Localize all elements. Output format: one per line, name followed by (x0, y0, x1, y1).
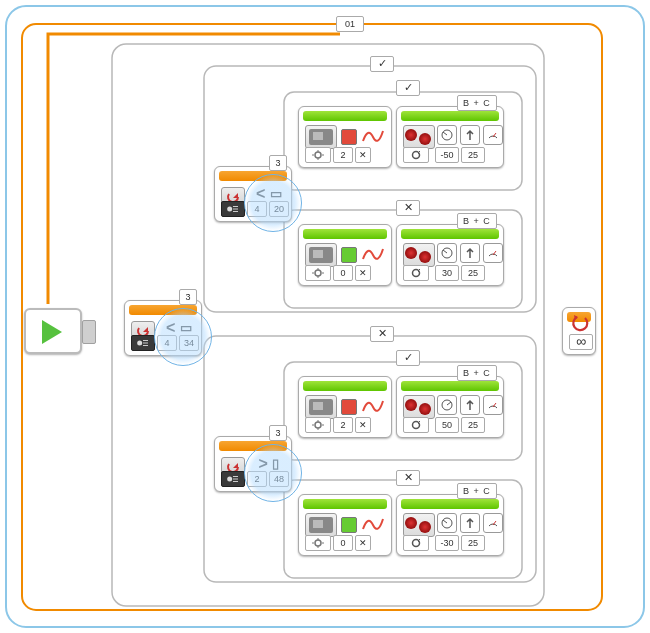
svg-rect-28 (313, 520, 323, 528)
svg-point-21 (227, 477, 232, 482)
brick-status-light-block[interactable]: 2 ✕ (298, 106, 392, 168)
led-pulse-flag[interactable]: ✕ (355, 265, 371, 281)
led-pulse-flag[interactable]: ✕ (355, 147, 371, 163)
move-power-value[interactable]: 25 (461, 147, 485, 163)
led-mode-icon[interactable] (305, 417, 331, 433)
svg-point-13 (315, 152, 321, 158)
sensor-mode-icon[interactable] (131, 335, 155, 351)
switch-threshold-index[interactable]: 4 (157, 335, 177, 351)
loop-return-icon (571, 314, 589, 332)
move-mode-icon[interactable] (403, 147, 429, 163)
upper-case-true-tab[interactable]: ✓ (396, 80, 420, 96)
steering-dial-icon (437, 395, 457, 415)
led-color-swatch (341, 247, 357, 263)
brick-status-light-block[interactable]: 2 ✕ (298, 376, 392, 438)
switch-threshold-index[interactable]: 2 (247, 471, 267, 487)
switch-color-sensor-outer[interactable]: 3 < ▭ 4 34 (124, 300, 202, 356)
move-steering-value[interactable]: -30 (435, 535, 459, 551)
lower-case-true-tab[interactable]: ✓ (396, 350, 420, 366)
steering-dial-icon (437, 513, 457, 533)
led-color-swatch (341, 517, 357, 533)
switch-threshold-value[interactable]: 20 (269, 201, 289, 217)
pulse-icon (361, 513, 385, 535)
brick-status-light-block[interactable]: 0 ✕ (298, 224, 392, 286)
move-mode-icon[interactable] (403, 417, 429, 433)
steering-dial-icon (437, 243, 457, 263)
sequence-rail (82, 320, 96, 344)
program-canvas: { "loop": { "name": "01", "end_mode": "i… (0, 0, 650, 633)
move-steering-block[interactable]: B + C -30 25 (396, 494, 504, 556)
svg-rect-23 (313, 402, 323, 410)
switch-threshold-value[interactable]: 34 (179, 335, 199, 351)
outer-case-false-tab[interactable]: ✕ (370, 326, 394, 342)
sensor-mode-icon[interactable] (221, 471, 245, 487)
led-color-index[interactable]: 2 (333, 417, 353, 433)
start-block[interactable] (24, 308, 82, 354)
loop-end-block[interactable]: ∞ (562, 307, 596, 355)
move-mode-icon[interactable] (403, 535, 429, 551)
loop-condition-infinite[interactable]: ∞ (569, 334, 593, 350)
direction-icon (460, 395, 480, 415)
led-mode-icon[interactable] (305, 265, 331, 281)
led-color-index[interactable]: 0 (333, 265, 353, 281)
svg-point-9 (137, 341, 142, 346)
led-color-index[interactable]: 2 (333, 147, 353, 163)
move-ports[interactable]: B + C (457, 95, 497, 111)
led-pulse-flag[interactable]: ✕ (355, 535, 371, 551)
pulse-icon (361, 243, 385, 265)
move-ports[interactable]: B + C (457, 483, 497, 499)
move-steering-value[interactable]: 30 (435, 265, 459, 281)
brick-status-light-block[interactable]: 0 ✕ (298, 494, 392, 556)
led-color-index[interactable]: 0 (333, 535, 353, 551)
switch-port[interactable]: 3 (269, 155, 287, 171)
move-steering-block[interactable]: B + C 30 25 (396, 224, 504, 286)
direction-icon (460, 513, 480, 533)
led-mode-icon[interactable] (305, 147, 331, 163)
move-steering-value[interactable]: 50 (435, 417, 459, 433)
switch-threshold-value[interactable]: 48 (269, 471, 289, 487)
power-gauge-icon (483, 395, 503, 415)
power-gauge-icon (483, 513, 503, 533)
power-gauge-icon (483, 125, 503, 145)
move-steering-value[interactable]: -50 (435, 147, 459, 163)
svg-point-24 (315, 422, 321, 428)
brick-icon (305, 125, 337, 149)
brick-icon (305, 395, 337, 419)
direction-icon (460, 243, 480, 263)
steering-dial-icon (437, 125, 457, 145)
led-pulse-flag[interactable]: ✕ (355, 417, 371, 433)
svg-point-29 (315, 540, 321, 546)
switch-color-sensor-lower[interactable]: 3 > ▯ 2 48 (214, 436, 292, 492)
pulse-icon (361, 395, 385, 417)
led-mode-icon[interactable] (305, 535, 331, 551)
move-power-value[interactable]: 25 (461, 265, 485, 281)
svg-point-18 (315, 270, 321, 276)
svg-rect-12 (313, 132, 323, 140)
move-steering-block[interactable]: B + C -50 25 (396, 106, 504, 168)
switch-threshold-index[interactable]: 4 (247, 201, 267, 217)
led-color-swatch (341, 129, 357, 145)
brick-icon (305, 243, 337, 267)
switch-port[interactable]: 3 (269, 425, 287, 441)
lower-case-false-tab[interactable]: ✕ (396, 470, 420, 486)
outer-case-true-tab[interactable]: ✓ (370, 56, 394, 72)
loop-name-badge[interactable]: 01 (336, 16, 364, 32)
upper-case-false-tab[interactable]: ✕ (396, 200, 420, 216)
power-gauge-icon (483, 243, 503, 263)
svg-point-10 (227, 207, 232, 212)
move-ports[interactable]: B + C (457, 213, 497, 229)
direction-icon (460, 125, 480, 145)
brick-icon (305, 513, 337, 537)
svg-rect-17 (313, 250, 323, 258)
move-mode-icon[interactable] (403, 265, 429, 281)
move-power-value[interactable]: 25 (461, 417, 485, 433)
pulse-icon (361, 125, 385, 147)
switch-color-sensor-upper[interactable]: 3 < ▭ 4 20 (214, 166, 292, 222)
switch-port[interactable]: 3 (179, 289, 197, 305)
led-color-swatch (341, 399, 357, 415)
move-steering-block[interactable]: B + C 50 25 (396, 376, 504, 438)
move-ports[interactable]: B + C (457, 365, 497, 381)
play-icon (42, 320, 62, 344)
sensor-mode-icon[interactable] (221, 201, 245, 217)
move-power-value[interactable]: 25 (461, 535, 485, 551)
